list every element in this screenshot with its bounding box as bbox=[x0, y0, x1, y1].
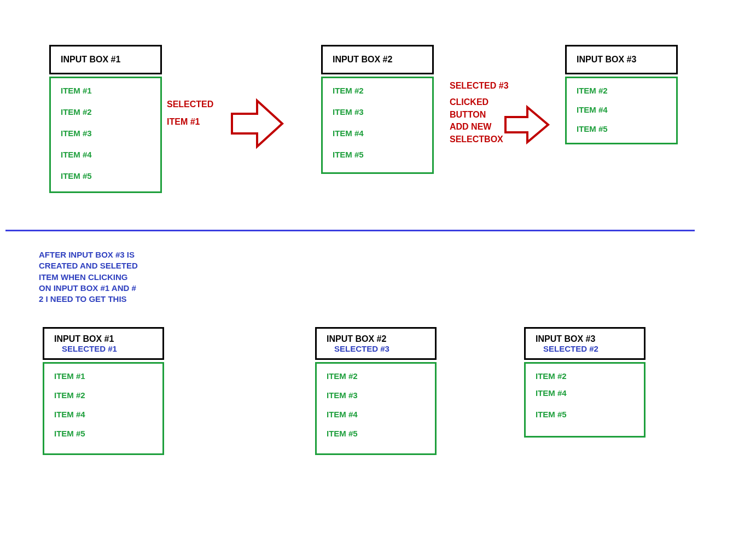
list-item[interactable]: ITEM #5 bbox=[54, 429, 162, 438]
list-item[interactable]: ITEM #5 bbox=[61, 171, 160, 180]
caption-line: CLICKED bbox=[450, 96, 509, 108]
list-item[interactable]: ITEM #1 bbox=[54, 371, 162, 381]
caption-line: SELECTED bbox=[167, 98, 213, 110]
caption-line: SELECTBOX bbox=[450, 133, 509, 145]
input-box-1b-header: INPUT BOX #1 SELECTED #1 bbox=[43, 327, 164, 360]
input-box-2b-title: INPUT BOX #2 bbox=[327, 334, 386, 344]
input-box-3-body[interactable]: ITEM #2 ITEM #4 ITEM #5 bbox=[565, 77, 678, 144]
list-item[interactable]: ITEM #4 bbox=[536, 388, 644, 398]
input-box-2b-body[interactable]: ITEM #2 ITEM #3 ITEM #4 ITEM #5 bbox=[315, 362, 437, 455]
input-box-1-title: INPUT BOX #1 bbox=[61, 55, 120, 65]
list-item[interactable]: ITEM #4 bbox=[54, 410, 162, 419]
list-item[interactable]: ITEM #2 bbox=[333, 86, 432, 95]
input-box-3b-title: INPUT BOX #3 bbox=[536, 334, 595, 344]
input-box-2b-subtitle: SELECTED #3 bbox=[327, 344, 389, 353]
caption-selected-item1: SELECTED ITEM #1 bbox=[167, 98, 213, 129]
list-item[interactable]: ITEM #2 bbox=[536, 371, 644, 381]
input-box-1-body[interactable]: ITEM #1 ITEM #2 ITEM #3 ITEM #4 ITEM #5 bbox=[49, 77, 162, 193]
input-box-1-header: INPUT BOX #1 bbox=[49, 45, 162, 74]
caption-line: ITEM #1 bbox=[167, 116, 213, 128]
list-item[interactable]: ITEM #4 bbox=[333, 129, 432, 138]
caption-selected-3: SELECTED #3 CLICKED BUTTON ADD NEW SELEC… bbox=[450, 80, 509, 145]
list-item[interactable]: ITEM #2 bbox=[61, 107, 160, 116]
arrow-right-icon bbox=[230, 97, 284, 150]
list-item[interactable]: ITEM #1 bbox=[61, 86, 160, 95]
list-item[interactable]: ITEM #4 bbox=[61, 150, 160, 159]
list-item[interactable]: ITEM #5 bbox=[577, 124, 676, 133]
list-item[interactable]: ITEM #5 bbox=[327, 429, 435, 438]
list-item[interactable]: ITEM #5 bbox=[536, 410, 644, 419]
section-divider bbox=[5, 230, 695, 231]
input-box-1b-subtitle: SELECTED #1 bbox=[54, 344, 117, 353]
input-box-3-header: INPUT BOX #3 bbox=[565, 45, 678, 74]
arrow-right-icon bbox=[503, 104, 550, 145]
caption-line: BUTTON bbox=[450, 109, 509, 121]
input-box-3-title: INPUT BOX #3 bbox=[577, 55, 636, 65]
explanation-note: AFTER INPUT BOX #3 IS CREATED AND SELETE… bbox=[39, 249, 154, 305]
input-box-1b-body[interactable]: ITEM #1 ITEM #2 ITEM #4 ITEM #5 bbox=[43, 362, 164, 455]
list-item[interactable]: ITEM #5 bbox=[333, 150, 432, 159]
input-box-1b-title: INPUT BOX #1 bbox=[54, 334, 114, 344]
list-item[interactable]: ITEM #3 bbox=[327, 391, 435, 400]
caption-line: SELECTED #3 bbox=[450, 80, 509, 92]
caption-line: ADD NEW bbox=[450, 121, 509, 133]
list-item[interactable]: ITEM #4 bbox=[577, 105, 676, 114]
note-line: AFTER INPUT BOX #3 IS bbox=[39, 249, 154, 260]
list-item[interactable]: ITEM #4 bbox=[327, 410, 435, 419]
list-item[interactable]: ITEM #3 bbox=[61, 129, 160, 138]
input-box-2-header: INPUT BOX #2 bbox=[321, 45, 434, 74]
note-line: ITEM WHEN CLICKING bbox=[39, 272, 154, 283]
input-box-2-title: INPUT BOX #2 bbox=[333, 55, 392, 65]
input-box-2b-header: INPUT BOX #2 SELECTED #3 bbox=[315, 327, 437, 360]
note-line: CREATED AND SELETED bbox=[39, 260, 154, 271]
input-box-3b-header: INPUT BOX #3 SELECTED #2 bbox=[524, 327, 645, 360]
input-box-3b-body[interactable]: ITEM #2 ITEM #4 ITEM #5 bbox=[524, 362, 645, 438]
note-line: 2 I NEED TO GET THIS bbox=[39, 294, 154, 305]
input-box-3b-subtitle: SELECTED #2 bbox=[536, 344, 598, 353]
list-item[interactable]: ITEM #2 bbox=[327, 371, 435, 381]
input-box-2-body[interactable]: ITEM #2 ITEM #3 ITEM #4 ITEM #5 bbox=[321, 77, 434, 174]
list-item[interactable]: ITEM #2 bbox=[577, 86, 676, 95]
list-item[interactable]: ITEM #3 bbox=[333, 107, 432, 116]
list-item[interactable]: ITEM #2 bbox=[54, 391, 162, 400]
note-line: ON INPUT BOX #1 AND # bbox=[39, 283, 154, 294]
